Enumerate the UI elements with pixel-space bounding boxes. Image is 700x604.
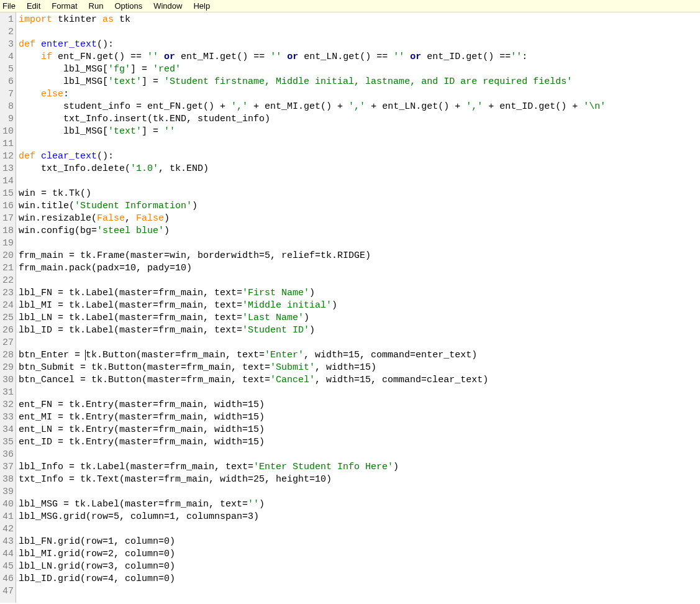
code-line[interactable]: ent_LN = tk.Entry(master=frm_main, width… — [19, 424, 700, 436]
line-number: 40 — [0, 498, 14, 511]
line-number: 11 — [0, 138, 14, 150]
code-line[interactable] — [19, 26, 700, 39]
code-line[interactable]: student_info = ent_FN.get() + ',' + ent_… — [19, 101, 700, 113]
line-number: 24 — [0, 300, 14, 312]
line-number: 27 — [0, 337, 14, 349]
code-line[interactable]: txt_Info.insert(tk.END, student_info) — [19, 113, 700, 126]
menu-help[interactable]: Help — [193, 1, 210, 11]
code-line[interactable] — [19, 449, 700, 461]
code-line[interactable]: if ent_FN.get() == '' or ent_MI.get() ==… — [19, 51, 700, 63]
code-line[interactable]: btn_Enter = tk.Button(master=frm_main, t… — [19, 349, 700, 362]
line-number: 21 — [0, 262, 14, 275]
line-number: 1 — [0, 14, 14, 26]
line-number: 10 — [0, 126, 14, 138]
code-line[interactable]: lbl_MI = tk.Label(master=frm_main, text=… — [19, 300, 700, 312]
code-line[interactable]: lbl_MSG = tk.Label(master=frm_main, text… — [19, 498, 700, 511]
code-line[interactable]: ent_FN = tk.Entry(master=frm_main, width… — [19, 399, 700, 411]
line-number: 12 — [0, 150, 14, 163]
code-line[interactable]: def clear_text(): — [19, 150, 700, 163]
code-line[interactable]: lbl_MSG['text'] = '' — [19, 126, 700, 138]
line-number: 42 — [0, 523, 14, 536]
line-number: 43 — [0, 536, 14, 548]
line-number: 36 — [0, 449, 14, 461]
code-line[interactable]: txt_Info = tk.Text(master=frm_main, widt… — [19, 474, 700, 486]
menu-options[interactable]: Options — [114, 1, 142, 11]
line-number: 16 — [0, 200, 14, 213]
code-line[interactable]: win.title('Student Information') — [19, 200, 700, 213]
code-line[interactable]: frm_main = tk.Frame(master=win, borderwi… — [19, 250, 700, 262]
line-number: 25 — [0, 312, 14, 324]
line-number: 47 — [0, 585, 14, 598]
code-line[interactable]: lbl_FN = tk.Label(master=frm_main, text=… — [19, 287, 700, 300]
line-number: 7 — [0, 88, 14, 101]
editor-pane: 1234567891011121314151617181920212223242… — [0, 12, 700, 603]
code-line[interactable]: ent_ID = tk.Entry(master=frm_main, width… — [19, 436, 700, 449]
line-number: 32 — [0, 399, 14, 411]
line-number: 28 — [0, 349, 14, 362]
line-number: 26 — [0, 324, 14, 337]
code-line[interactable] — [19, 523, 700, 536]
code-line[interactable] — [19, 486, 700, 498]
line-number: 2 — [0, 26, 14, 39]
line-number: 30 — [0, 374, 14, 387]
line-number: 44 — [0, 548, 14, 561]
code-line[interactable]: win = tk.Tk() — [19, 188, 700, 200]
code-line[interactable]: def enter_text(): — [19, 39, 700, 51]
line-number: 46 — [0, 573, 14, 585]
menu-format[interactable]: Format — [52, 1, 77, 11]
code-line[interactable]: lbl_ID.grid(row=4, column=0) — [19, 573, 700, 585]
code-line[interactable] — [19, 175, 700, 188]
line-number: 4 — [0, 51, 14, 63]
line-number: 22 — [0, 275, 14, 287]
code-line[interactable]: lbl_FN.grid(row=1, column=0) — [19, 536, 700, 548]
code-line[interactable]: lbl_LN.grid(row=3, column=0) — [19, 561, 700, 573]
menu-edit[interactable]: Edit — [27, 1, 40, 11]
line-number: 38 — [0, 474, 14, 486]
code-line[interactable]: txt_Info.delete('1.0', tk.END) — [19, 163, 700, 175]
code-line[interactable] — [19, 275, 700, 287]
code-line[interactable] — [19, 585, 700, 598]
line-number: 41 — [0, 511, 14, 523]
code-line[interactable]: ent_MI = tk.Entry(master=frm_main, width… — [19, 411, 700, 424]
menu-run[interactable]: Run — [89, 1, 104, 11]
code-line[interactable]: lbl_MSG['fg'] = 'red' — [19, 63, 700, 76]
line-number: 19 — [0, 237, 14, 250]
code-line[interactable]: import tkinter as tk — [19, 14, 700, 26]
menu-file[interactable]: File — [2, 1, 16, 11]
code-line[interactable]: lbl_MI.grid(row=2, column=0) — [19, 548, 700, 561]
line-number: 29 — [0, 362, 14, 374]
code-line[interactable]: win.resizable(False, False) — [19, 213, 700, 225]
line-number: 37 — [0, 461, 14, 474]
code-line[interactable]: lbl_MSG['text'] = 'Student firstname, Mi… — [19, 76, 700, 88]
code-line[interactable]: lbl_ID = tk.Label(master=frm_main, text=… — [19, 324, 700, 337]
line-number: 33 — [0, 411, 14, 424]
menu-bar: File Edit Format Run Options Window Help — [0, 0, 700, 12]
line-number: 23 — [0, 287, 14, 300]
code-line[interactable] — [19, 237, 700, 250]
code-area[interactable]: import tkinter as tk def enter_text(): i… — [16, 12, 700, 603]
line-number: 18 — [0, 225, 14, 237]
line-number: 13 — [0, 163, 14, 175]
code-line[interactable]: lbl_Info = tk.Label(master=frm_main, tex… — [19, 461, 700, 474]
code-line[interactable] — [19, 387, 700, 399]
line-number: 9 — [0, 113, 14, 126]
code-line[interactable]: btn_Cancel = tk.Button(master=frm_main, … — [19, 374, 700, 387]
line-number: 5 — [0, 63, 14, 76]
code-line[interactable] — [19, 138, 700, 150]
code-line[interactable]: lbl_LN = tk.Label(master=frm_main, text=… — [19, 312, 700, 324]
line-number: 35 — [0, 436, 14, 449]
code-line[interactable]: win.config(bg='steel blue') — [19, 225, 700, 237]
code-line[interactable]: else: — [19, 88, 700, 101]
code-line[interactable] — [19, 337, 700, 349]
line-number: 17 — [0, 213, 14, 225]
line-number: 15 — [0, 188, 14, 200]
line-number: 39 — [0, 486, 14, 498]
line-number: 3 — [0, 39, 14, 51]
code-line[interactable]: frm_main.pack(padx=10, pady=10) — [19, 262, 700, 275]
line-number: 31 — [0, 387, 14, 399]
line-number: 20 — [0, 250, 14, 262]
code-line[interactable]: lbl_MSG.grid(row=5, column=1, columnspan… — [19, 511, 700, 523]
menu-window[interactable]: Window — [153, 1, 182, 11]
code-line[interactable]: btn_Submit = tk.Button(master=frm_main, … — [19, 362, 700, 374]
line-number-gutter: 1234567891011121314151617181920212223242… — [0, 12, 16, 603]
